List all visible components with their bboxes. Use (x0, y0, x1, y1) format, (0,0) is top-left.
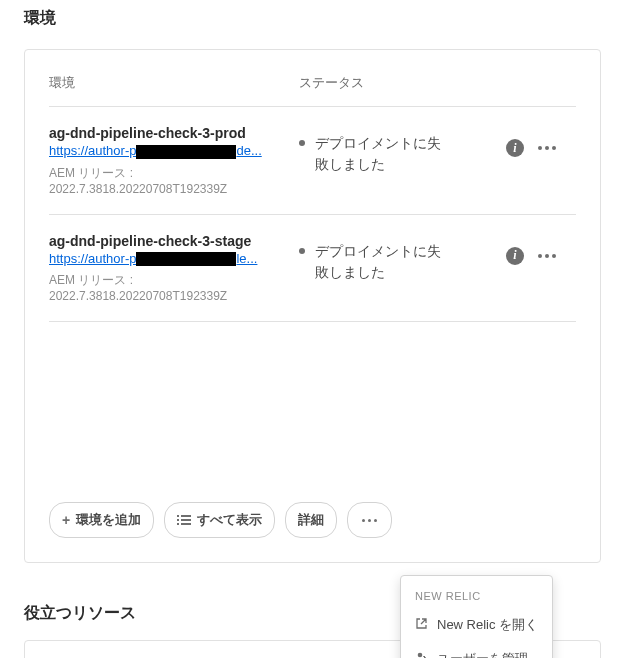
plus-icon: + (62, 512, 70, 528)
status-text: デプロイメントに失敗しました (315, 133, 445, 175)
redacted-segment (136, 252, 236, 266)
status-dot (299, 140, 305, 146)
list-icon (177, 513, 191, 527)
show-all-button[interactable]: すべて表示 (164, 502, 275, 538)
ellipsis-icon[interactable] (534, 142, 560, 154)
details-label: 詳細 (298, 511, 324, 529)
svg-rect-2 (177, 519, 179, 521)
env-row: ag-dnd-pipeline-check-3-stage https://au… (49, 215, 576, 323)
svg-rect-3 (181, 519, 191, 521)
add-env-label: 環境を追加 (76, 511, 141, 529)
release-label: AEM リリース : (49, 165, 299, 182)
details-button[interactable]: 詳細 (285, 502, 337, 538)
ellipsis-icon (358, 515, 381, 526)
svg-rect-1 (181, 515, 191, 517)
popover-open-newrelic[interactable]: New Relic を開く (401, 608, 552, 642)
popover-open-label: New Relic を開く (437, 616, 538, 634)
header-env: 環境 (49, 74, 299, 92)
release-label: AEM リリース : (49, 272, 299, 289)
release-value: 2022.7.3818.20220708T192339Z (49, 182, 299, 196)
popover-menu: NEW RELIC New Relic を開く ユーザーを管理 詳細情報 (400, 575, 553, 658)
env-url[interactable]: https://author-pde... (49, 143, 299, 159)
env-url-trail[interactable]: le... (236, 251, 257, 266)
status-dot (299, 248, 305, 254)
popover-heading: NEW RELIC (401, 584, 552, 608)
popover-users-label: ユーザーを管理 (437, 650, 528, 658)
svg-rect-4 (177, 523, 179, 525)
env-url-trail[interactable]: de... (236, 143, 261, 158)
section-title: 環境 (0, 0, 625, 37)
more-button[interactable] (347, 502, 392, 538)
env-name: ag-dnd-pipeline-check-3-prod (49, 125, 299, 141)
environments-card: 環境 ステータス ag-dnd-pipeline-check-3-prod ht… (24, 49, 601, 563)
redacted-segment (136, 145, 236, 159)
open-icon (415, 617, 429, 633)
info-icon[interactable]: i (506, 139, 524, 157)
show-all-label: すべて表示 (197, 511, 262, 529)
env-url-link[interactable]: https://author-p (49, 143, 136, 158)
svg-rect-5 (181, 523, 191, 525)
env-row: ag-dnd-pipeline-check-3-prod https://aut… (49, 107, 576, 215)
button-row: + 環境を追加 すべて表示 詳細 (49, 502, 576, 538)
env-url[interactable]: https://author-ple... (49, 251, 299, 267)
popover-manage-users[interactable]: ユーザーを管理 (401, 642, 552, 658)
release-value: 2022.7.3818.20220708T192339Z (49, 289, 299, 303)
info-icon[interactable]: i (506, 247, 524, 265)
svg-rect-0 (177, 515, 179, 517)
table-header: 環境 ステータス (49, 74, 576, 107)
ellipsis-icon[interactable] (534, 250, 560, 262)
status-text: デプロイメントに失敗しました (315, 241, 445, 283)
svg-point-6 (418, 653, 423, 658)
add-env-button[interactable]: + 環境を追加 (49, 502, 154, 538)
env-name: ag-dnd-pipeline-check-3-stage (49, 233, 299, 249)
user-icon (415, 651, 429, 658)
header-status: ステータス (299, 74, 506, 92)
env-url-link[interactable]: https://author-p (49, 251, 136, 266)
